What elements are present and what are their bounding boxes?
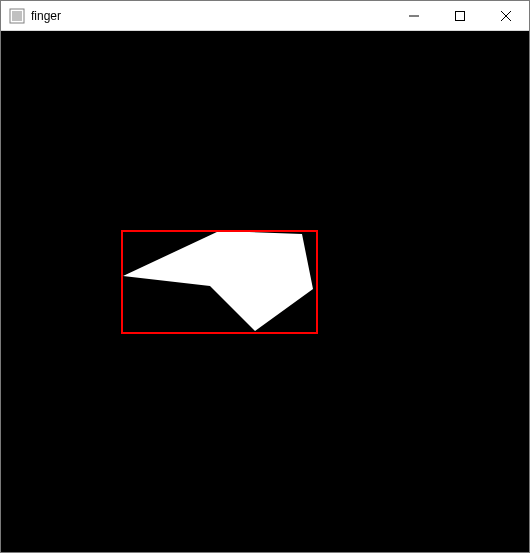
- close-icon: [501, 11, 511, 21]
- titlebar[interactable]: finger: [1, 1, 529, 31]
- client-area: [1, 31, 529, 552]
- window-controls: [391, 1, 529, 30]
- maximize-button[interactable]: [437, 1, 483, 30]
- close-button[interactable]: [483, 1, 529, 30]
- svg-rect-1: [12, 11, 22, 21]
- window-frame: finger: [0, 0, 530, 553]
- minimize-icon: [409, 11, 419, 21]
- app-icon: [9, 8, 25, 24]
- maximize-icon: [455, 11, 465, 21]
- image-canvas: [1, 31, 529, 552]
- window-title: finger: [31, 9, 391, 23]
- minimize-button[interactable]: [391, 1, 437, 30]
- bounding-box: [121, 230, 318, 334]
- svg-rect-3: [456, 11, 465, 20]
